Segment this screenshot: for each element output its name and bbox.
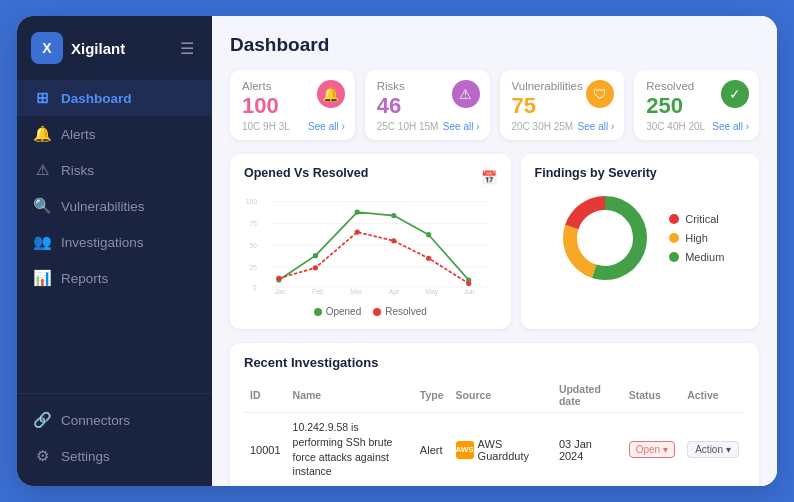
row1-updated: 03 Jan 2024	[553, 413, 623, 486]
status-badge-1[interactable]: Open ▾	[629, 441, 675, 458]
medium-dot	[669, 252, 679, 262]
svg-point-18	[355, 210, 360, 215]
donut-chart-card: Findings by Severity	[521, 154, 759, 329]
legend-resolved: Resolved	[373, 306, 427, 317]
donut-legend: Critical High Medium	[669, 213, 724, 263]
legend-medium: Medium	[669, 251, 724, 263]
line-chart-legend: Opened Resolved	[244, 306, 497, 317]
svg-text:Mar: Mar	[350, 288, 363, 295]
alerts-see-all[interactable]: See all ›	[308, 121, 345, 132]
aws-icon-1: AWS	[456, 441, 474, 459]
resolved-icon-badge: ✓	[721, 80, 749, 108]
main-content: Dashboard Alerts 100 10C 9H 3L 🔔 See all…	[212, 16, 777, 486]
sidebar-label-investigations: Investigations	[61, 235, 144, 250]
stat-card-resolved: Resolved 250 30C 40H 20L ✓ See all ›	[634, 70, 759, 140]
row1-source: AWS AWS Guardduty	[450, 413, 553, 486]
risks-icon-badge: ⚠	[452, 80, 480, 108]
col-id: ID	[244, 378, 287, 413]
svg-point-27	[466, 281, 471, 286]
col-type: Type	[414, 378, 450, 413]
line-chart-wrap: 100 75 50 25 0 Jan Feb Mar Apr May Jun	[244, 188, 497, 302]
critical-dot	[669, 214, 679, 224]
opened-dot	[314, 308, 322, 316]
risks-icon: ⚠	[33, 161, 51, 179]
risks-see-all[interactable]: See all ›	[443, 121, 480, 132]
sidebar-item-risks[interactable]: ⚠ Risks	[17, 152, 212, 188]
stat-card-risks: Risks 46 25C 10H 15M ⚠ See all ›	[365, 70, 490, 140]
high-dot	[669, 233, 679, 243]
legend-opened: Opened	[314, 306, 362, 317]
row1-name: 10.242.9.58 is performing SSh brute forc…	[287, 413, 414, 486]
investigations-table: ID Name Type Source Updated date Status …	[244, 378, 745, 486]
alerts-icon-badge: 🔔	[317, 80, 345, 108]
sidebar-label-dashboard: Dashboard	[61, 91, 132, 106]
sidebar-label-risks: Risks	[61, 163, 94, 178]
stat-cards: Alerts 100 10C 9H 3L 🔔 See all › Risks 4…	[230, 70, 759, 140]
sidebar-item-reports[interactable]: 📊 Reports	[17, 260, 212, 296]
svg-text:100: 100	[246, 198, 258, 205]
sidebar-item-connectors[interactable]: 🔗 Connectors	[17, 402, 212, 438]
line-chart-svg: 100 75 50 25 0 Jan Feb Mar Apr May Jun	[244, 188, 497, 298]
svg-point-31	[583, 216, 627, 260]
stat-card-alerts: Alerts 100 10C 9H 3L 🔔 See all ›	[230, 70, 355, 140]
svg-point-17	[313, 253, 318, 258]
col-name: Name	[287, 378, 414, 413]
svg-text:May: May	[425, 288, 439, 296]
settings-icon: ⚙	[33, 447, 51, 465]
svg-point-19	[391, 213, 396, 218]
row1-id: 10001	[244, 413, 287, 486]
svg-text:Jun: Jun	[463, 288, 474, 295]
menu-button[interactable]: ☰	[176, 37, 198, 60]
sidebar-nav: ⊞ Dashboard 🔔 Alerts ⚠ Risks 🔍 Vulnerabi…	[17, 76, 212, 393]
sidebar: X Xigilant ☰ ⊞ Dashboard 🔔 Alerts ⚠ Risk…	[17, 16, 212, 486]
svg-text:0: 0	[253, 284, 257, 291]
svg-text:75: 75	[249, 220, 257, 227]
alerts-icon: 🔔	[33, 125, 51, 143]
app-container: X Xigilant ☰ ⊞ Dashboard 🔔 Alerts ⚠ Risk…	[17, 16, 777, 486]
sidebar-item-settings[interactable]: ⚙ Settings	[17, 438, 212, 474]
svg-point-24	[355, 230, 360, 235]
vulns-see-all[interactable]: See all ›	[578, 121, 615, 132]
logo-text: Xigilant	[71, 40, 125, 57]
svg-point-23	[313, 265, 318, 270]
critical-label: Critical	[685, 213, 719, 225]
investigations-section: Recent Investigations ID Name Type Sourc…	[230, 343, 759, 486]
row1-type: Alert	[414, 413, 450, 486]
svg-point-26	[426, 256, 431, 261]
svg-point-20	[426, 232, 431, 237]
investigations-title: Recent Investigations	[244, 355, 745, 370]
col-source: Source	[450, 378, 553, 413]
table-row: 10001 10.242.9.58 is performing SSh brut…	[244, 413, 745, 486]
sidebar-item-dashboard[interactable]: ⊞ Dashboard	[17, 80, 212, 116]
investigations-icon: 👥	[33, 233, 51, 251]
sidebar-item-vulnerabilities[interactable]: 🔍 Vulnerabilities	[17, 188, 212, 224]
sidebar-item-alerts[interactable]: 🔔 Alerts	[17, 116, 212, 152]
calendar-icon: 📅	[481, 170, 497, 185]
sidebar-bottom: 🔗 Connectors ⚙ Settings	[17, 393, 212, 486]
row1-source-cell: AWS AWS Guardduty	[456, 438, 547, 462]
logo-icon: X	[31, 32, 63, 64]
sidebar-label-settings: Settings	[61, 449, 110, 464]
sidebar-label-alerts: Alerts	[61, 127, 96, 142]
row1-action: Action ▾	[681, 413, 745, 486]
col-updated: Updated date	[553, 378, 623, 413]
svg-point-25	[391, 238, 396, 243]
page-title: Dashboard	[230, 34, 759, 56]
sidebar-label-reports: Reports	[61, 271, 108, 286]
legend-high: High	[669, 232, 724, 244]
sidebar-label-vulnerabilities: Vulnerabilities	[61, 199, 145, 214]
charts-row: Opened Vs Resolved 📅 100 75 50	[230, 154, 759, 329]
action-button-1[interactable]: Action ▾	[687, 441, 739, 458]
donut-svg	[555, 188, 655, 288]
sidebar-label-connectors: Connectors	[61, 413, 130, 428]
svg-point-22	[276, 276, 281, 281]
svg-text:Apr: Apr	[389, 288, 401, 296]
sidebar-item-investigations[interactable]: 👥 Investigations	[17, 224, 212, 260]
col-active: Active	[681, 378, 745, 413]
donut-wrap: Critical High Medium	[535, 188, 745, 288]
line-chart-card: Opened Vs Resolved 📅 100 75 50	[230, 154, 511, 329]
row1-status: Open ▾	[623, 413, 681, 486]
resolved-see-all[interactable]: See all ›	[712, 121, 749, 132]
resolved-legend-label: Resolved	[385, 306, 427, 317]
reports-icon: 📊	[33, 269, 51, 287]
